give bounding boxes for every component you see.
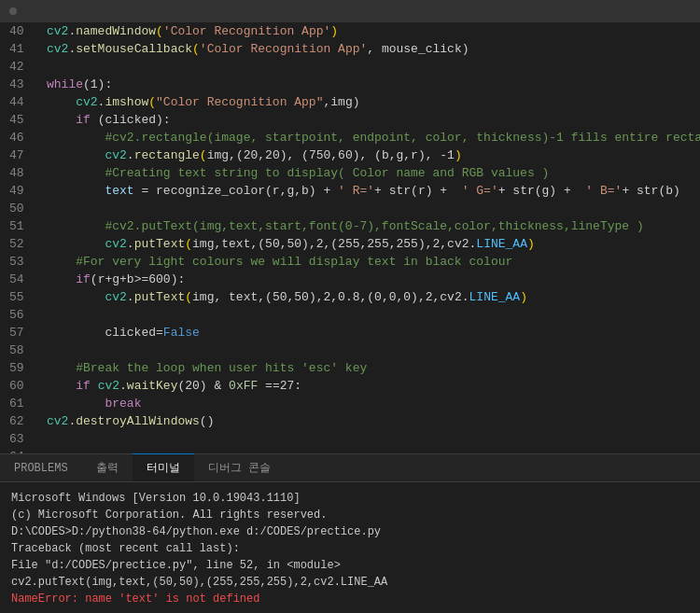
code-line: if (clicked): bbox=[47, 111, 700, 129]
line-number: 41 bbox=[9, 40, 28, 58]
code-line: if cv2.waitKey(20) & 0xFF ==27: bbox=[47, 377, 700, 395]
line-number: 56 bbox=[9, 306, 28, 324]
line-number: 49 bbox=[9, 182, 28, 200]
line-number: 63 bbox=[9, 430, 28, 448]
title-bar bbox=[0, 0, 700, 22]
line-number: 61 bbox=[9, 395, 28, 412]
code-line: cv2.putText(img,text,(50,50),2,(255,255,… bbox=[47, 235, 700, 253]
code-line: cv2.putText(img, text,(50,50),2,0.8,(0,0… bbox=[47, 288, 700, 306]
code-line: #Break the loop when user hits 'esc' key bbox=[47, 359, 700, 377]
line-number: 58 bbox=[9, 341, 28, 359]
code-line bbox=[47, 430, 700, 448]
code-line: #cv2.putText(img,text,start,font(0-7),fo… bbox=[47, 217, 700, 235]
code-line: text = recognize_color(r,g,b) + ' R='+ s… bbox=[47, 182, 700, 200]
line-number: 60 bbox=[9, 377, 28, 395]
code-line: cv2.rectangle(img,(20,20), (750,60), (b,… bbox=[47, 146, 700, 164]
terminal-line: D:\CODES>D:/python38-64/python.exe d:/CO… bbox=[11, 523, 689, 540]
code-line: cv2.setMouseCallback('Color Recognition … bbox=[47, 40, 700, 58]
panel-tabs: PROBLEMS출력터미널디버그 콘솔 bbox=[0, 454, 700, 482]
panel-tab-출력[interactable]: 출력 bbox=[82, 453, 133, 481]
file-dot bbox=[9, 7, 17, 15]
line-number: 51 bbox=[9, 217, 28, 235]
terminal-line: Microsoft Windows [Version 10.0.19043.11… bbox=[11, 490, 689, 507]
terminal-line: (c) Microsoft Corporation. All rights re… bbox=[11, 507, 689, 523]
code-line: cv2.namedWindow('Color Recognition App') bbox=[47, 22, 700, 40]
code-line: if(r+g+b>=600): bbox=[47, 271, 700, 288]
line-number: 46 bbox=[9, 129, 28, 146]
code-line: while(1): bbox=[47, 76, 700, 93]
code-line: break bbox=[47, 395, 700, 412]
code-line: clicked=False bbox=[47, 324, 700, 341]
code-line: cv2.imshow("Color Recognition App",img) bbox=[47, 93, 700, 111]
panel-tab-디버그-콘솔[interactable]: 디버그 콘솔 bbox=[194, 453, 285, 481]
terminal-line: cv2.putText(img,text,(50,50),(255,255,25… bbox=[11, 574, 689, 591]
terminal-content: Microsoft Windows [Version 10.0.19043.11… bbox=[0, 482, 700, 613]
code-area: 4041424344454647484950515253545556575859… bbox=[0, 22, 700, 453]
line-number: 45 bbox=[9, 111, 28, 129]
bottom-panel: PROBLEMS출력터미널디버그 콘솔 Microsoft Windows [V… bbox=[0, 453, 700, 613]
terminal-line: Traceback (most recent call last): bbox=[11, 540, 689, 557]
line-number: 42 bbox=[9, 58, 28, 76]
panel-tab-터미널[interactable]: 터미널 bbox=[133, 453, 194, 481]
code-line: #For very light colours we will display … bbox=[47, 253, 700, 271]
line-number: 43 bbox=[9, 76, 28, 93]
panel-tab-problems[interactable]: PROBLEMS bbox=[0, 453, 82, 481]
terminal-line: NameError: name 'text' is not defined bbox=[11, 591, 689, 607]
code-line: #Creating text string to display( Color … bbox=[47, 164, 700, 182]
line-number: 48 bbox=[9, 164, 28, 182]
code-line bbox=[47, 58, 700, 76]
line-number: 54 bbox=[9, 271, 28, 288]
code-line: #cv2.rectangle(image, startpoint, endpoi… bbox=[47, 129, 700, 146]
line-number: 55 bbox=[9, 288, 28, 306]
line-number: 40 bbox=[9, 22, 28, 40]
terminal-line: File "d:/CODES/prectice.py", line 52, in… bbox=[11, 557, 689, 574]
line-number: 57 bbox=[9, 324, 28, 341]
code-line: cv2.destroyAllWindows() bbox=[47, 412, 700, 430]
line-number: 50 bbox=[9, 200, 28, 217]
line-number: 53 bbox=[9, 253, 28, 271]
line-number: 44 bbox=[9, 93, 28, 111]
line-number: 62 bbox=[9, 412, 28, 430]
line-number: 52 bbox=[9, 235, 28, 253]
line-number: 59 bbox=[9, 359, 28, 377]
line-numbers: 4041424344454647484950515253545556575859… bbox=[0, 22, 37, 453]
code-line bbox=[47, 200, 700, 217]
code-content[interactable]: cv2.namedWindow('Color Recognition App')… bbox=[37, 22, 700, 453]
code-line bbox=[47, 306, 700, 324]
code-line bbox=[47, 341, 700, 359]
line-number: 47 bbox=[9, 146, 28, 164]
